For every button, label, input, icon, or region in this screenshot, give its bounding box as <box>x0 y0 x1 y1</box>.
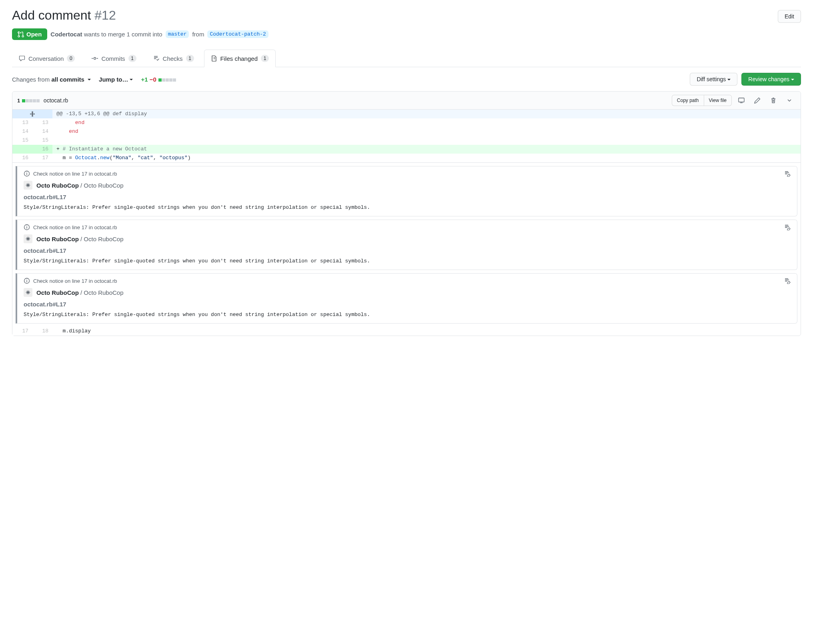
file-diff-icon <box>211 55 217 62</box>
tab-files-changed[interactable]: Files changed 1 <box>204 50 276 67</box>
annotation-app-name[interactable]: Octo RuboCop / Octo RuboCop <box>36 182 124 189</box>
svg-point-0 <box>94 58 96 60</box>
svg-rect-1 <box>739 98 744 102</box>
annotation-app-name[interactable]: Octo RuboCop / Octo RuboCop <box>36 289 124 296</box>
pr-author[interactable]: Codertocat <box>50 31 82 38</box>
line-num-old: 15 <box>12 136 32 145</box>
line-num-new: 13 <box>32 118 52 127</box>
code-line: m = Octocat.new("Mona", "cat", "octopus"… <box>52 154 801 162</box>
annotation-message: Style/StringLiterals: Prefer single-quot… <box>24 204 791 210</box>
annotation-file-ref[interactable]: octocat.rb#L17 <box>24 247 791 254</box>
line-num-old: 13 <box>12 118 32 127</box>
annotation-edit-icon[interactable] <box>784 224 791 230</box>
code-line: m.display <box>52 327 801 336</box>
annotation-file-ref[interactable]: octocat.rb#L17 <box>24 194 791 200</box>
file-panel: 1 octocat.rb Copy path View file <box>12 91 801 336</box>
trash-icon[interactable] <box>767 95 780 106</box>
diffstat-blocks <box>158 76 176 83</box>
pencil-icon[interactable] <box>751 95 764 106</box>
info-icon <box>24 170 30 177</box>
expand-hunk-icon[interactable] <box>12 110 52 118</box>
chevron-down-icon[interactable] <box>783 95 796 106</box>
code-line <box>52 136 801 145</box>
line-num-old: 17 <box>12 327 32 336</box>
edit-button[interactable]: Edit <box>778 10 801 23</box>
jump-to-dropdown[interactable]: Jump to… <box>99 76 133 83</box>
code-line: end <box>52 127 801 136</box>
code-line: + # Instantiate a new Octocat <box>52 145 801 154</box>
app-avatar <box>24 234 32 243</box>
annotation-notice: Check notice on line 17 in octocat.rb <box>33 278 117 284</box>
annotation-app-name[interactable]: Octo RuboCop / Octo RuboCop <box>36 236 124 242</box>
line-num-old: 16 <box>12 154 32 162</box>
file-name[interactable]: octocat.rb <box>44 97 68 104</box>
line-num-old <box>12 145 32 154</box>
file-diffstat: 1 <box>17 98 40 104</box>
diffstat: +1 −0 <box>141 76 176 83</box>
tab-checks[interactable]: Checks 1 <box>146 50 201 67</box>
line-num-new: 18 <box>32 327 52 336</box>
line-num-new: 15 <box>32 136 52 145</box>
info-icon <box>24 278 30 284</box>
annotation-file-ref[interactable]: octocat.rb#L17 <box>24 301 791 308</box>
line-num-new: 17 <box>32 154 52 162</box>
tab-conversation[interactable]: Conversation 0 <box>12 50 82 67</box>
comment-icon <box>19 55 25 62</box>
app-avatar <box>24 181 32 190</box>
pr-title: Add comment #12 <box>12 8 116 23</box>
tab-commits[interactable]: Commits 1 <box>85 50 143 67</box>
copy-path-button[interactable]: Copy path <box>672 95 704 106</box>
commit-icon <box>92 55 98 62</box>
base-branch[interactable]: master <box>166 30 189 38</box>
annotation-notice: Check notice on line 17 in octocat.rb <box>33 224 117 230</box>
app-avatar <box>24 288 32 297</box>
line-num-new: 14 <box>32 127 52 136</box>
check-annotation: Check notice on line 17 in octocat.rb Oc… <box>16 273 797 324</box>
checklist-icon <box>153 55 160 62</box>
state-badge-open: Open <box>12 28 47 40</box>
check-annotation: Check notice on line 17 in octocat.rb Oc… <box>16 166 797 216</box>
pr-tabs: Conversation 0 Commits 1 Checks 1 Files … <box>12 50 801 67</box>
hunk-header: @@ -13,5 +13,6 @@ def display <box>52 110 801 118</box>
pr-icon <box>18 31 24 38</box>
diff-settings-button[interactable]: Diff settings <box>690 73 737 86</box>
display-icon[interactable] <box>735 95 748 106</box>
annotation-edit-icon[interactable] <box>784 170 791 177</box>
annotation-message: Style/StringLiterals: Prefer single-quot… <box>24 258 791 264</box>
annotation-notice: Check notice on line 17 in octocat.rb <box>33 171 117 177</box>
line-num-new: 16 <box>32 145 52 154</box>
changes-from-dropdown[interactable]: Changes from all commits <box>12 76 91 83</box>
info-icon <box>24 224 30 230</box>
line-num-old: 14 <box>12 127 32 136</box>
code-line: end <box>52 118 801 127</box>
annotation-edit-icon[interactable] <box>784 278 791 284</box>
review-changes-button[interactable]: Review changes <box>741 73 801 86</box>
check-annotation: Check notice on line 17 in octocat.rb Oc… <box>16 220 797 270</box>
annotation-message: Style/StringLiterals: Prefer single-quot… <box>24 312 791 318</box>
head-branch[interactable]: Codertocat-patch-2 <box>207 30 268 38</box>
view-file-button[interactable]: View file <box>704 95 732 106</box>
pr-meta: Open Codertocat wants to merge 1 commit … <box>12 28 801 40</box>
